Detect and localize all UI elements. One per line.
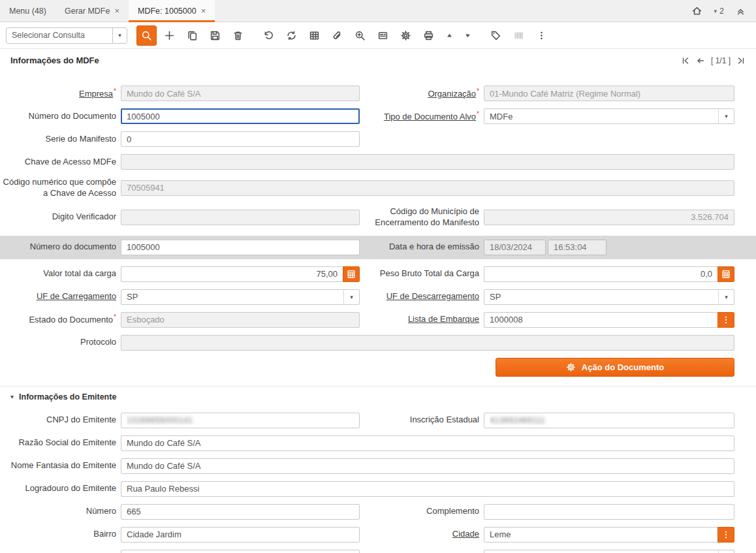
home-icon[interactable] — [691, 5, 702, 16]
acao-documento-button[interactable]: Ação do Documento — [496, 358, 734, 377]
empresa-input — [121, 86, 360, 101]
zoom-in-icon[interactable] — [350, 25, 370, 46]
codigo-municipio-label: Código do Município de Encerramento do M… — [360, 206, 484, 229]
uf-select[interactable]: SP ▾ — [484, 550, 734, 553]
chevron-down-icon[interactable]: ▾ — [112, 28, 127, 43]
form-row: Número do documento Data e hora de emiss… — [0, 240, 756, 255]
query-select-value: Selecionar Consulta — [7, 28, 112, 43]
form-row: Bairro Cidade ⋮ — [0, 527, 756, 543]
serie-manifesto-input[interactable] — [121, 131, 360, 147]
calculator-icon[interactable] — [717, 266, 734, 282]
section-header: Informações do MDFe [ 1/1 ] — [0, 49, 756, 71]
lista-embarque-input[interactable] — [484, 312, 717, 328]
nome-fantasia-input[interactable] — [121, 458, 734, 474]
empresa-label[interactable]: Empresa* — [0, 87, 121, 100]
tipo-documento-label[interactable]: Tipo de Documento Alvo* — [360, 110, 484, 123]
chave-acesso-input — [121, 154, 734, 170]
chevron-down-icon[interactable]: ▾ — [343, 290, 359, 304]
form-row: UF de Carregamento SP ▾ UF de Descarrega… — [0, 289, 756, 305]
form-row: Nome Fantasia do Emitente — [0, 458, 756, 474]
chevron-down-icon[interactable]: ▾ — [718, 290, 734, 304]
chevron-down-icon: ▾ — [714, 8, 717, 14]
collapse-all-icon[interactable] — [736, 6, 746, 16]
attachment-icon[interactable] — [327, 25, 347, 46]
delete-button[interactable] — [228, 25, 248, 46]
tab-gerar-mdfe[interactable]: Gerar MDFe × — [55, 0, 129, 22]
numero-documento-band-input[interactable] — [121, 240, 360, 255]
close-tab-icon[interactable]: × — [201, 7, 206, 15]
emitente-section-header[interactable]: ▾ Informações do Emitente — [0, 386, 756, 407]
refresh-icon[interactable] — [281, 25, 302, 46]
form-row: Número do Documento Tipo de Documento Al… — [0, 108, 756, 124]
tab-mdfe-1005000[interactable]: MDFe: 1005000 × — [129, 0, 215, 22]
cnpj-input[interactable] — [121, 413, 360, 428]
form-row: Valor total da carga Peso Bruto Total da… — [0, 266, 756, 282]
duplicate-icon[interactable] — [182, 25, 202, 46]
uf-carregamento-select[interactable]: SP ▾ — [121, 289, 360, 305]
peso-bruto-input[interactable] — [484, 266, 717, 282]
bairro-input[interactable] — [121, 527, 360, 543]
valor-carga-field — [121, 266, 360, 282]
digito-verificador-label: Digito Verificador — [0, 212, 121, 223]
tab-menu[interactable]: Menu (48) — [0, 0, 55, 22]
uf-descarregamento-label[interactable]: UF de Descarregamento — [360, 291, 484, 302]
form-row: Serie do Manifesto — [0, 131, 756, 147]
form-row: Código numérico que compõe a Chave de Ac… — [0, 177, 756, 199]
form-row: Empresa* Organização* — [0, 86, 756, 101]
first-record-button[interactable] — [681, 56, 690, 65]
organizacao-label[interactable]: Organização* — [360, 87, 484, 100]
cep-input[interactable] — [121, 550, 360, 553]
settings-gear-icon[interactable] — [396, 25, 416, 46]
inscricao-estadual-label: Inscrição Estadual — [360, 415, 484, 426]
table-icon[interactable] — [304, 25, 324, 46]
form-row: Chave de Acesso MDFe — [0, 154, 756, 170]
print-icon[interactable] — [418, 25, 439, 46]
chevron-down-icon[interactable]: ▾ — [718, 109, 734, 123]
logradouro-input[interactable] — [121, 481, 734, 497]
cidade-input[interactable] — [484, 527, 717, 543]
query-select[interactable]: Selecionar Consulta ▾ — [6, 27, 127, 44]
save-button[interactable] — [205, 25, 225, 46]
lookup-more-icon[interactable]: ⋮ — [717, 312, 734, 328]
bairro-label: Bairro — [0, 529, 121, 540]
valor-carga-input[interactable] — [121, 266, 343, 282]
record-pager: [ 1/1 ] — [681, 56, 746, 65]
close-tab-icon[interactable]: × — [114, 7, 119, 15]
uf-carregamento-label[interactable]: UF de Carregamento — [0, 291, 121, 302]
last-record-button[interactable] — [736, 56, 746, 65]
undo-icon[interactable] — [259, 25, 279, 46]
more-options-icon[interactable] — [531, 25, 552, 46]
razao-social-input[interactable] — [121, 435, 734, 451]
tipo-documento-value: MDFe — [484, 109, 718, 123]
numero-label: Número — [0, 506, 121, 517]
uf-descarregamento-value: SP — [484, 290, 718, 304]
main-toolbar: Selecionar Consulta ▾ — [0, 22, 756, 49]
codigo-numerico-label: Código numérico que compõe a Chave de Ac… — [0, 177, 121, 199]
chevron-down-icon[interactable]: ▾ — [718, 550, 734, 553]
uf-descarregamento-select[interactable]: SP ▾ — [484, 289, 734, 305]
notifications-dropdown[interactable]: ▾ 2 — [714, 7, 724, 16]
sort-down-icon[interactable] — [460, 25, 475, 46]
previous-record-button[interactable] — [696, 56, 705, 65]
inscricao-estadual-input[interactable] — [484, 413, 734, 428]
form-row: Protocolo — [0, 335, 756, 351]
numero-input[interactable] — [121, 504, 360, 520]
search-button[interactable] — [136, 25, 157, 46]
form-row: Estado do Documento* Lista de Embarque ⋮ — [0, 312, 756, 328]
protocolo-input — [121, 335, 734, 351]
complemento-input[interactable] — [484, 504, 734, 520]
add-button[interactable] — [159, 25, 180, 46]
peso-bruto-label: Peso Bruto Total da Carga — [360, 268, 484, 279]
collapse-section-icon[interactable]: ▾ — [10, 393, 14, 400]
cidade-label[interactable]: Cidade — [360, 529, 484, 540]
sort-up-icon[interactable] — [441, 25, 457, 46]
details-card-icon[interactable] — [373, 25, 393, 46]
tipo-documento-select[interactable]: MDFe ▾ — [484, 108, 734, 124]
lookup-more-icon[interactable]: ⋮ — [717, 527, 734, 543]
tag-icon[interactable] — [486, 25, 506, 46]
barcode-icon[interactable] — [509, 25, 529, 46]
calculator-icon[interactable] — [343, 266, 360, 282]
numero-documento-input[interactable] — [121, 108, 360, 124]
lista-embarque-label[interactable]: Lista de Embarque — [360, 314, 484, 325]
form-row: Logradouro do Emitente — [0, 481, 756, 497]
